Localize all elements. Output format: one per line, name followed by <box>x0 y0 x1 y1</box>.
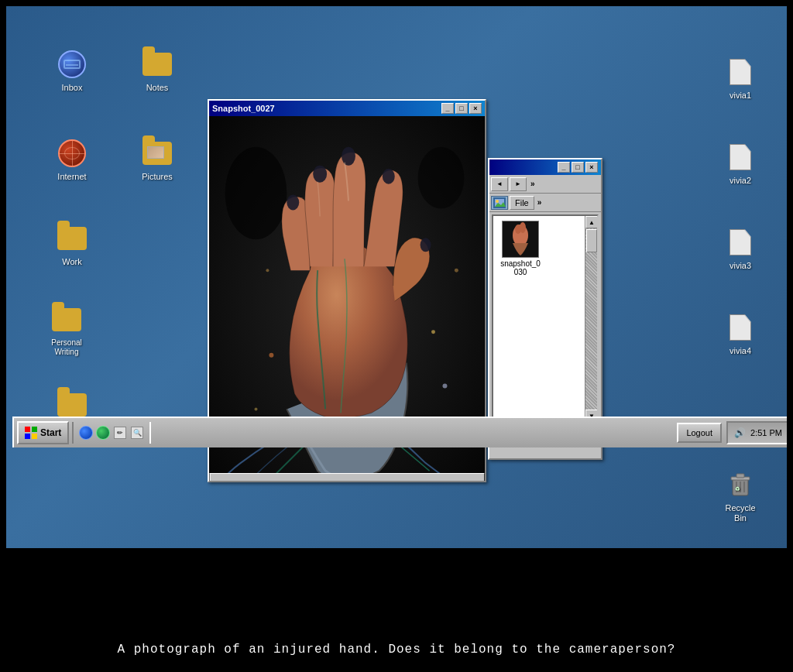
filebrowser-minimize-button[interactable]: _ <box>558 162 570 173</box>
snapshot-close-button[interactable]: × <box>469 103 482 114</box>
svg-point-31 <box>520 222 526 233</box>
snapshot-maximize-button[interactable]: □ <box>455 103 468 114</box>
svg-rect-2 <box>736 474 744 478</box>
vivia3-label: vivia3 <box>729 261 751 271</box>
notes-label: Notes <box>146 83 169 93</box>
system-tray: 🔊 2:51 PM <box>726 421 787 444</box>
svg-rect-22 <box>210 473 484 481</box>
vivia4-label: vivia4 <box>729 346 751 356</box>
svg-point-17 <box>266 269 269 272</box>
view-icon <box>491 196 508 210</box>
file-menu-button[interactable]: File <box>510 196 534 210</box>
caption-text: A photograph of an injured hand. Does it… <box>0 643 793 657</box>
desktop-icon-vivia1[interactable]: vivia1 <box>709 57 771 101</box>
search-icon[interactable]: 🔍 <box>129 425 145 441</box>
file-item-label: snapshot_0030 <box>500 259 541 276</box>
svg-point-13 <box>383 169 395 184</box>
work-label: Work <box>62 257 81 267</box>
file-item-snapshot030[interactable]: snapshot_0030 <box>493 216 548 281</box>
personal-writing-label: PersonalWriting <box>51 338 81 357</box>
desktop-icon-vivia3[interactable]: vivia3 <box>709 227 771 271</box>
start-button[interactable]: Start <box>17 421 69 444</box>
filebrowser-window: _ □ × ◄ ► » File » <box>488 158 602 460</box>
more-label: » <box>536 198 544 207</box>
svg-point-18 <box>442 384 447 389</box>
snapshot-minimize-button[interactable]: _ <box>441 103 454 114</box>
snapshot-window-controls: _ □ × <box>441 103 482 114</box>
caption-area: A photograph of an injured hand. Does it… <box>0 571 793 672</box>
edit-icon[interactable]: ✏ <box>112 425 128 441</box>
svg-rect-23 <box>210 473 211 481</box>
desktop-icon-vivia4[interactable]: vivia4 <box>709 312 771 356</box>
desktop-icon-work[interactable]: Work <box>41 223 103 267</box>
ie-icon[interactable] <box>78 425 94 441</box>
svg-point-20 <box>455 269 458 273</box>
svg-point-9 <box>418 147 465 209</box>
svg-point-15 <box>269 353 273 358</box>
scrollbar-vertical[interactable]: ▲ ▼ <box>585 216 597 422</box>
inbox-label: Inbox <box>62 83 83 93</box>
taskbar-quick-launch: ✏ 🔍 <box>72 422 151 444</box>
start-label: Start <box>40 427 61 438</box>
filebrowser-titlebar[interactable]: _ □ × <box>489 159 601 175</box>
svg-point-14 <box>421 238 431 252</box>
svg-point-11 <box>313 166 327 183</box>
scroll-up-button[interactable]: ▲ <box>585 216 598 228</box>
svg-rect-24 <box>210 473 484 474</box>
desktop-icon-recycle-bin[interactable]: ♻ RecycleBin <box>709 469 771 523</box>
svg-point-10 <box>287 195 299 211</box>
recycle-bin-label: RecycleBin <box>725 503 755 523</box>
filebrowser-content: snapshot_0030 ▲ ▼ <box>492 214 599 423</box>
pictures-label: Pictures <box>142 172 173 182</box>
desktop-icon-internet[interactable]: Internet <box>41 138 103 182</box>
filebrowser-toolbar2: File » <box>489 194 601 212</box>
logout-label: Logout <box>686 428 712 437</box>
arrows-label: » <box>528 180 537 188</box>
desktop: Inbox Notes Internet Pictures <box>6 6 787 548</box>
desktop-icon-personal-writing[interactable]: PersonalWriting <box>36 304 98 357</box>
file-thumbnail <box>502 221 539 258</box>
svg-point-19 <box>255 407 258 410</box>
svg-point-12 <box>342 147 355 166</box>
svg-point-16 <box>431 330 435 334</box>
taskbar-right: Logout 🔊 2:51 PM <box>677 421 787 444</box>
scroll-track <box>585 228 597 410</box>
svg-text:♻: ♻ <box>735 486 740 492</box>
svg-point-27 <box>496 200 499 203</box>
snapshot-title: Snapshot_0027 <box>212 104 275 113</box>
snapshot-titlebar[interactable]: Snapshot_0027 _ □ × <box>209 101 485 116</box>
desktop-icon-notes[interactable]: Notes <box>126 49 188 93</box>
windows-logo <box>25 427 37 439</box>
logout-button[interactable]: Logout <box>677 423 722 443</box>
forward-button[interactable]: ► <box>510 177 527 191</box>
desktop-icon-vivia2[interactable]: vivia2 <box>709 142 771 186</box>
back-button[interactable]: ◄ <box>491 177 508 191</box>
vivia2-label: vivia2 <box>729 176 751 186</box>
filebrowser-toolbar1: ◄ ► » <box>489 175 601 194</box>
desktop-icon-pictures[interactable]: Pictures <box>126 138 188 182</box>
filebrowser-maximize-button[interactable]: □ <box>572 162 584 173</box>
internet-label: Internet <box>57 172 86 182</box>
taskbar: Start ✏ 🔍 Logout 🔊 2:51 PM <box>12 417 787 447</box>
filebrowser-window-controls: _ □ × <box>558 162 598 173</box>
network-icon[interactable] <box>95 425 111 441</box>
filebrowser-close-button[interactable]: × <box>585 162 598 173</box>
clock: 2:51 PM <box>750 428 782 437</box>
speaker-icon: 🔊 <box>734 427 746 438</box>
scroll-thumb[interactable] <box>586 229 597 252</box>
svg-point-8 <box>225 147 287 239</box>
vivia1-label: vivia1 <box>729 91 751 101</box>
desktop-icon-inbox[interactable]: Inbox <box>41 49 103 93</box>
